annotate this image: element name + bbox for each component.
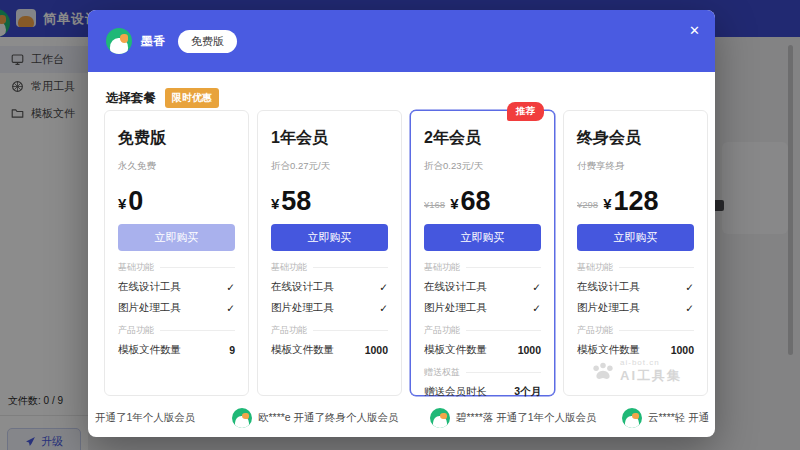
feature-label: 模板文件数量 [577, 343, 640, 357]
feature-label: 模板文件数量 [424, 343, 487, 357]
buy-now-button[interactable]: 立即购买 [577, 224, 694, 251]
feature-row: 在线设计工具✓ [424, 276, 541, 297]
ticker-text: 云****轻 开通 [648, 411, 709, 425]
feature-section-title: 赠送权益 [424, 366, 541, 379]
screen: 简单设计 工作台 常用工具 模板文件 文件数: 0 / 9 升级 [0, 0, 800, 450]
purchase-ticker: 开通了1年个人版会员 欧****e 开通了终身个人版会员 碧****落 开通了1… [88, 406, 715, 430]
plan-card-free[interactable]: 免费版 永久免费 ¥ 0 立即购买 基础功能 在线设计工具✓ 图片处理工具✓ 产… [104, 110, 249, 396]
feature-row: 模板文件数量1000 [271, 339, 388, 360]
feature-section-title: 产品功能 [118, 324, 235, 337]
plan-name: 免费版 [118, 128, 235, 149]
check-icon: ✓ [379, 302, 388, 314]
feature-row: 在线设计工具✓ [271, 276, 388, 297]
price-value: 128 [613, 188, 658, 215]
plan-price: ¥ 58 [271, 181, 388, 215]
buyer-avatar-icon [232, 408, 252, 428]
currency-symbol: ¥ [450, 195, 458, 212]
check-icon: ✓ [226, 302, 235, 314]
buyer-avatar-icon [622, 408, 642, 428]
plan-subtitle: 折合0.23元/天 [424, 160, 541, 173]
close-icon[interactable]: ✕ [689, 24, 700, 37]
feature-row: 在线设计工具✓ [577, 276, 694, 297]
pricing-modal: 墨香 免费版 ✕ 选择套餐 限时优惠 免费版 永久免费 ¥ 0 立即购买 基础功… [88, 10, 715, 437]
feature-value: 1000 [518, 344, 541, 356]
feature-section-title: 产品功能 [424, 324, 541, 337]
plan-name: 1年会员 [271, 128, 388, 149]
plan-price: ¥168 ¥ 68 [424, 181, 541, 215]
buy-now-button[interactable]: 立即购买 [271, 224, 388, 251]
plan-subtitle: 付费享终身 [577, 160, 694, 173]
old-price: ¥168 [424, 199, 445, 210]
modal-header: 墨香 免费版 ✕ [88, 10, 715, 72]
feature-label: 在线设计工具 [118, 280, 181, 294]
plan-name: 2年会员 [424, 128, 541, 149]
plan-card-1year[interactable]: 1年会员 折合0.27元/天 ¥ 58 立即购买 基础功能 在线设计工具✓ 图片… [257, 110, 402, 396]
feature-label: 赠送会员时长 [424, 385, 487, 399]
feature-label: 在线设计工具 [271, 280, 334, 294]
ticker-text: 欧****e 开通了终身个人版会员 [258, 411, 399, 425]
feature-row: 图片处理工具✓ [577, 297, 694, 318]
plan-cards: 免费版 永久免费 ¥ 0 立即购买 基础功能 在线设计工具✓ 图片处理工具✓ 产… [104, 110, 708, 396]
feature-row: 图片处理工具✓ [118, 297, 235, 318]
currency-symbol: ¥ [271, 195, 279, 212]
feature-label: 图片处理工具 [271, 301, 334, 315]
feature-label: 图片处理工具 [118, 301, 181, 315]
currency-symbol: ¥ [118, 195, 126, 212]
current-plan-badge: 免费版 [178, 30, 237, 53]
recommend-badge: 推荐 [507, 102, 544, 121]
plan-subtitle: 折合0.27元/天 [271, 160, 388, 173]
feature-section-title: 基础功能 [118, 261, 235, 274]
user-avatar-icon [106, 28, 132, 54]
feature-value: 9 [229, 344, 235, 356]
plan-card-lifetime[interactable]: 终身会员 付费享终身 ¥298 ¥ 128 立即购买 基础功能 在线设计工具✓ … [563, 110, 708, 396]
buyer-avatar-icon [430, 408, 450, 428]
ticker-text: 开通了1年个人版会员 [95, 411, 195, 425]
feature-label: 模板文件数量 [271, 343, 334, 357]
user-name: 墨香 [141, 33, 165, 50]
feature-row: 模板文件数量9 [118, 339, 235, 360]
ticker-item: 开通了1年个人版会员 [95, 406, 195, 430]
buy-now-button[interactable]: 立即购买 [118, 224, 235, 251]
section-title: 选择套餐 [106, 90, 156, 107]
old-price: ¥298 [577, 199, 598, 210]
price-value: 0 [128, 188, 143, 215]
plan-card-2year[interactable]: 推荐 2年会员 折合0.23元/天 ¥168 ¥ 68 立即购买 基础功能 在线… [410, 110, 555, 396]
currency-symbol: ¥ [603, 195, 611, 212]
promo-badge: 限时优惠 [165, 88, 219, 108]
feature-value: 1000 [365, 344, 388, 356]
feature-label: 在线设计工具 [424, 280, 487, 294]
check-icon: ✓ [532, 281, 541, 293]
feature-row: 模板文件数量1000 [577, 339, 694, 360]
ticker-text: 碧****落 开通了1年个人版会员 [456, 411, 597, 425]
feature-row: 赠送会员时长3个月 [424, 381, 541, 402]
buy-now-button[interactable]: 立即购买 [424, 224, 541, 251]
plan-price: ¥298 ¥ 128 [577, 181, 694, 215]
feature-label: 图片处理工具 [577, 301, 640, 315]
feature-value: 1000 [671, 344, 694, 356]
feature-label: 模板文件数量 [118, 343, 181, 357]
ticker-item: 欧****e 开通了终身个人版会员 [232, 406, 399, 430]
feature-label: 图片处理工具 [424, 301, 487, 315]
feature-section-title: 基础功能 [271, 261, 388, 274]
plan-price: ¥ 0 [118, 181, 235, 215]
price-value: 68 [460, 188, 490, 215]
check-icon: ✓ [379, 281, 388, 293]
plan-subtitle: 永久免费 [118, 160, 235, 173]
feature-row: 图片处理工具✓ [271, 297, 388, 318]
feature-row: 图片处理工具✓ [424, 297, 541, 318]
ticker-item: 云****轻 开通 [622, 406, 709, 430]
plan-name: 终身会员 [577, 128, 694, 149]
feature-row: 模板文件数量1000 [424, 339, 541, 360]
ticker-item: 碧****落 开通了1年个人版会员 [430, 406, 597, 430]
feature-section-title: 基础功能 [577, 261, 694, 274]
check-icon: ✓ [685, 302, 694, 314]
check-icon: ✓ [226, 281, 235, 293]
feature-section-title: 产品功能 [271, 324, 388, 337]
price-value: 58 [281, 188, 311, 215]
feature-section-title: 基础功能 [424, 261, 541, 274]
check-icon: ✓ [532, 302, 541, 314]
feature-value: 3个月 [514, 385, 541, 399]
feature-section-title: 产品功能 [577, 324, 694, 337]
feature-label: 在线设计工具 [577, 280, 640, 294]
check-icon: ✓ [685, 281, 694, 293]
